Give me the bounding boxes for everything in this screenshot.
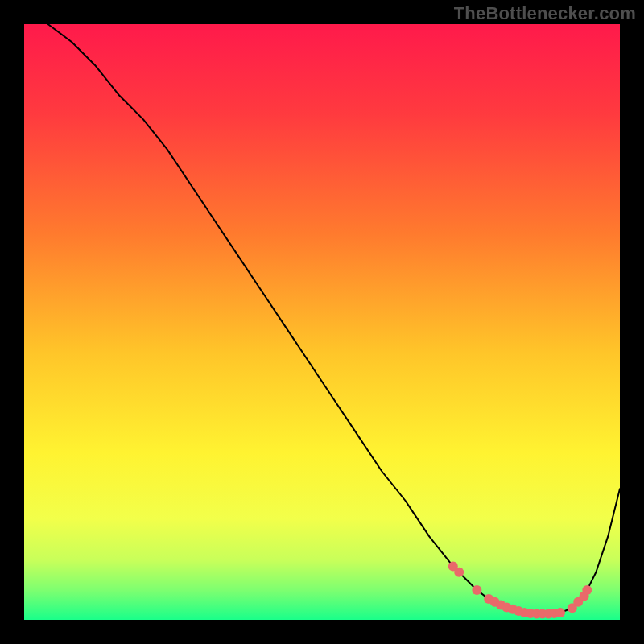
watermark-text: TheBottlenecker.com — [454, 3, 636, 24]
marker-dot — [582, 585, 592, 595]
marker-dot — [555, 608, 565, 617]
chart-frame: TheBottlenecker.com — [0, 0, 644, 644]
marker-dot — [472, 585, 481, 595]
chart-background — [24, 24, 620, 620]
marker-dot — [454, 568, 464, 577]
chart-svg — [24, 24, 620, 620]
plot-area — [24, 24, 620, 620]
